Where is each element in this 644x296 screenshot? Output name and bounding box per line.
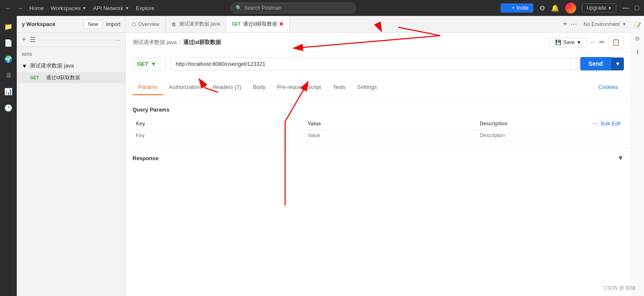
request-bar: GET ▼ Send ▼ <box>126 52 631 75</box>
add-tab-button[interactable]: + <box>563 20 568 29</box>
cookies-button[interactable]: Cookies <box>598 80 618 94</box>
no-environment-selector[interactable]: No Environment ▼ <box>584 21 626 27</box>
url-input[interactable] <box>170 57 576 70</box>
search-box[interactable]: 🔍 Search Postman <box>230 3 356 13</box>
top-nav-right: 👤+ Invite ⚙ 🔔 Upgrade ▼ — □ <box>501 3 639 13</box>
breadcrumb-parent[interactable]: 测试请求数据 java <box>132 39 177 46</box>
explore-button[interactable]: Explore <box>136 5 154 11</box>
tab-more-button[interactable]: ··· <box>571 20 577 29</box>
tab-bar: ⬡ Overview 🗑 测试请求数据 java GET 通过id获取数据 + … <box>126 16 631 33</box>
maximize-button[interactable]: □ <box>635 4 639 12</box>
back-button[interactable]: ← <box>5 5 10 11</box>
invite-button[interactable]: 👤+ Invite <box>501 3 534 13</box>
search-icon: 🔍 <box>236 5 242 11</box>
sidebar-item-mock-servers[interactable]: 🖥 <box>0 68 17 83</box>
response-section[interactable]: Response ▼ <box>126 148 631 168</box>
body-tab[interactable]: Body <box>247 80 271 95</box>
sidebar-item-history[interactable]: 🕐 <box>0 101 17 115</box>
forward-button[interactable]: → <box>17 5 23 11</box>
req-tabs: Params Authorization Headers (7) Body Pr… <box>126 75 631 100</box>
overview-tab-label: Overview <box>138 21 159 27</box>
desc-column-header: Description ··· Bulk Edit <box>476 118 624 130</box>
edit-button[interactable]: ✏ <box>599 38 605 46</box>
collection-tab[interactable]: 🗑 测试请求数据 java <box>166 16 226 32</box>
sidebar-item-monitors[interactable]: 📊 <box>0 84 17 99</box>
avatar <box>565 3 576 13</box>
search-placeholder: Search Postman <box>244 5 282 11</box>
environment-chevron-icon: ▼ <box>622 22 626 26</box>
new-button[interactable]: New <box>83 20 103 29</box>
query-params-title: Query Params <box>132 106 624 113</box>
minimize-button[interactable]: — <box>622 4 629 12</box>
request-name: 通过id获取数据 <box>46 74 80 81</box>
overview-tab[interactable]: ⬡ Overview <box>126 16 166 32</box>
sidebar-item-apis[interactable]: 📄 <box>0 36 17 50</box>
method-label: GET <box>137 61 148 67</box>
trash-icon: 🗑 <box>171 21 177 27</box>
request-tab-label: 通过id获取数据 <box>243 21 277 28</box>
filter-button[interactable]: ☰ <box>30 36 36 44</box>
breadcrumb-separator: / <box>179 39 181 45</box>
sidebar-header-actions: New Import <box>83 20 120 29</box>
key-input[interactable] <box>136 132 301 138</box>
params-tab[interactable]: Params <box>132 80 163 95</box>
watermark: CSDN @:联瑞 <box>603 285 636 292</box>
settings-button[interactable]: ⚙ <box>539 4 545 12</box>
import-button[interactable]: Import <box>106 21 120 27</box>
desc-input[interactable] <box>480 132 621 138</box>
send-button[interactable]: Send <box>580 57 611 70</box>
right-panel-icon-2[interactable]: ⚙ <box>632 33 643 44</box>
breadcrumb-current: 通过id获取数据 <box>183 39 221 46</box>
headers-tab[interactable]: Headers (7) <box>207 80 247 95</box>
save-button[interactable]: 💾 Save ▼ <box>550 37 587 47</box>
settings-tab[interactable]: Settings <box>351 80 383 95</box>
collections-label: ions <box>17 49 125 60</box>
send-btn-group: Send ▼ <box>580 57 624 70</box>
collection-name: 测试请求数据 java <box>30 62 74 70</box>
invite-label: Invite <box>517 5 529 11</box>
add-collection-button[interactable]: + <box>22 35 26 44</box>
key-header-label: Key <box>136 121 145 127</box>
method-badge: GET <box>30 75 43 80</box>
tests-tab[interactable]: Tests <box>327 80 351 95</box>
method-chevron-icon: ▼ <box>151 61 156 67</box>
toolbar: 测试请求数据 java / 通过id获取数据 💾 Save ▼ ··· ✏ 📋 <box>126 33 631 52</box>
doc-button[interactable]: 📋 <box>608 36 624 48</box>
send-dropdown-button[interactable]: ▼ <box>611 57 624 70</box>
value-header-label: Value <box>308 121 321 127</box>
upgrade-label: Upgrade <box>587 5 606 11</box>
api-network-button[interactable]: API Network ▼ <box>93 5 129 11</box>
home-button[interactable]: Home <box>29 5 44 11</box>
collection-item[interactable]: ▼ 测试请求数据 java <box>17 60 125 72</box>
sidebar-content: ions ▼ 测试请求数据 java GET 通过id获取数据 <box>17 47 125 296</box>
right-panel-icon-1[interactable]: 📝 <box>631 19 644 31</box>
save-label: Save <box>563 39 574 45</box>
app-layout: 📁 📄 🌍 🖥 📊 🕐 y Workspace New Import + ☰ ·… <box>0 16 644 296</box>
toolbar-actions: 💾 Save ▼ ··· ✏ 📋 <box>550 36 624 48</box>
request-list-item[interactable]: GET 通过id获取数据 <box>17 72 125 83</box>
params-table: Key Value Description ··· Bulk Edit <box>132 118 624 141</box>
sidebar-item-collections[interactable]: 📁 <box>0 19 17 34</box>
tab-actions: + ··· No Environment ▼ <box>559 20 631 29</box>
params-more-icon[interactable]: ··· <box>592 120 597 127</box>
desc-header-label: Description <box>480 121 507 127</box>
method-select[interactable]: GET ▼ <box>132 58 166 70</box>
pre-request-tab[interactable]: Pre-request Script <box>271 80 327 95</box>
sidebar: y Workspace New Import + ☰ ··· ions ▼ 测试… <box>17 16 126 296</box>
authorization-tab[interactable]: Authorization <box>163 80 207 95</box>
response-chevron-icon: ▼ <box>617 154 624 162</box>
value-input[interactable] <box>308 132 473 138</box>
notifications-button[interactable]: 🔔 <box>551 4 559 12</box>
request-tab[interactable]: GET 通过id获取数据 <box>226 16 289 33</box>
params-section: Query Params Key Value <box>126 100 631 148</box>
sidebar-more-button[interactable]: ··· <box>115 36 120 43</box>
sidebar-item-environments[interactable]: 🌍 <box>0 52 17 67</box>
desc-cell <box>476 130 624 141</box>
workspaces-button[interactable]: Workspaces ▼ <box>51 5 86 11</box>
bulk-edit-button[interactable]: Bulk Edit <box>601 121 621 127</box>
chevron-down-icon: ▼ <box>22 63 27 69</box>
upgrade-button[interactable]: Upgrade ▼ <box>582 3 616 13</box>
toolbar-more-button[interactable]: ··· <box>590 39 596 46</box>
main-panel: ⬡ Overview 🗑 测试请求数据 java GET 通过id获取数据 + … <box>126 16 631 296</box>
right-panel-icon-3[interactable]: ℹ <box>634 46 641 58</box>
